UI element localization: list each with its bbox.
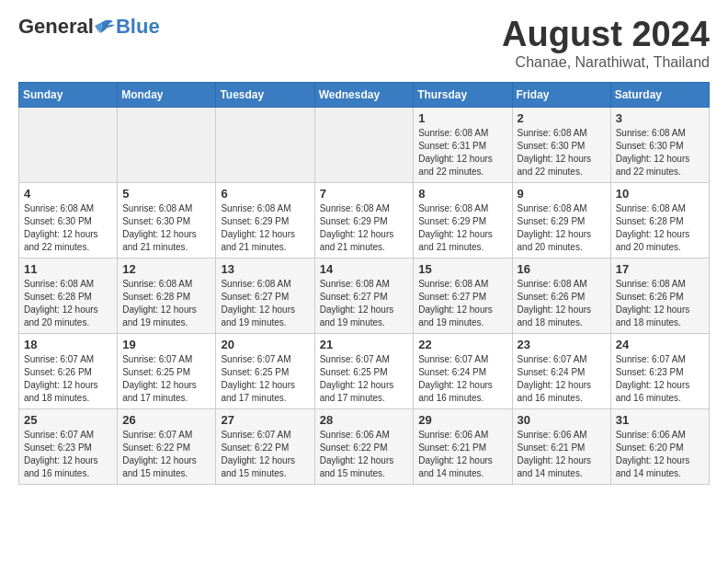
day-info: Sunrise: 6:08 AMSunset: 6:28 PMDaylight:… — [616, 202, 704, 254]
title-area: August 2024 Chanae, Narathiwat, Thailand — [502, 15, 710, 71]
day-info: Sunrise: 6:07 AMSunset: 6:23 PMDaylight:… — [24, 429, 112, 480]
calendar-cell: 19Sunrise: 6:07 AMSunset: 6:25 PMDayligh… — [118, 334, 216, 409]
calendar-cell: 3Sunrise: 6:08 AMSunset: 6:30 PMDaylight… — [610, 108, 709, 183]
header: General Blue August 2024 Chanae, Narathi… — [18, 15, 710, 71]
calendar-cell: 20Sunrise: 6:07 AMSunset: 6:25 PMDayligh… — [216, 334, 314, 409]
day-number: 22 — [418, 338, 506, 351]
calendar-cell: 7Sunrise: 6:08 AMSunset: 6:29 PMDaylight… — [314, 183, 414, 259]
calendar-cell: 4Sunrise: 6:08 AMSunset: 6:30 PMDaylight… — [19, 183, 118, 259]
day-info: Sunrise: 6:08 AMSunset: 6:29 PMDaylight:… — [518, 202, 606, 254]
calendar-cell — [118, 108, 216, 183]
calendar-cell — [19, 108, 118, 183]
day-number: 7 — [320, 187, 409, 201]
calendar-cell: 12Sunrise: 6:08 AMSunset: 6:28 PMDayligh… — [118, 259, 216, 334]
day-info: Sunrise: 6:08 AMSunset: 6:28 PMDaylight:… — [24, 278, 112, 329]
calendar-table: SundayMondayTuesdayWednesdayThursdayFrid… — [18, 82, 710, 485]
calendar-header-row: SundayMondayTuesdayWednesdayThursdayFrid… — [19, 83, 710, 108]
day-number: 10 — [616, 187, 704, 201]
day-number: 19 — [122, 338, 210, 351]
day-info: Sunrise: 6:08 AMSunset: 6:27 PMDaylight:… — [221, 278, 309, 329]
calendar-cell: 18Sunrise: 6:07 AMSunset: 6:26 PMDayligh… — [19, 334, 118, 409]
calendar-cell: 31Sunrise: 6:06 AMSunset: 6:20 PMDayligh… — [610, 409, 709, 485]
calendar-cell — [216, 108, 314, 183]
logo-blue-text: Blue — [116, 15, 160, 39]
day-number: 8 — [418, 187, 506, 201]
day-number: 16 — [518, 262, 606, 276]
calendar-cell: 6Sunrise: 6:08 AMSunset: 6:29 PMDaylight… — [216, 183, 314, 259]
calendar-cell: 9Sunrise: 6:08 AMSunset: 6:29 PMDaylight… — [512, 183, 610, 259]
calendar-header-saturday: Saturday — [610, 83, 709, 108]
calendar-cell: 14Sunrise: 6:08 AMSunset: 6:27 PMDayligh… — [314, 259, 414, 334]
calendar-header-wednesday: Wednesday — [314, 83, 414, 108]
day-info: Sunrise: 6:08 AMSunset: 6:27 PMDaylight:… — [320, 278, 409, 329]
day-info: Sunrise: 6:08 AMSunset: 6:30 PMDaylight:… — [518, 127, 606, 178]
calendar-week-1: 1Sunrise: 6:08 AMSunset: 6:31 PMDaylight… — [19, 108, 710, 183]
calendar-cell: 28Sunrise: 6:06 AMSunset: 6:22 PMDayligh… — [314, 409, 414, 485]
day-number: 26 — [122, 413, 210, 427]
calendar-cell: 5Sunrise: 6:08 AMSunset: 6:30 PMDaylight… — [118, 183, 216, 259]
logo-bird-icon — [95, 18, 115, 35]
calendar-cell: 29Sunrise: 6:06 AMSunset: 6:21 PMDayligh… — [414, 409, 512, 485]
day-number: 28 — [320, 413, 409, 427]
day-info: Sunrise: 6:08 AMSunset: 6:30 PMDaylight:… — [24, 202, 112, 254]
calendar-week-5: 25Sunrise: 6:07 AMSunset: 6:23 PMDayligh… — [19, 409, 710, 485]
calendar-week-3: 11Sunrise: 6:08 AMSunset: 6:28 PMDayligh… — [19, 259, 710, 334]
calendar-week-4: 18Sunrise: 6:07 AMSunset: 6:26 PMDayligh… — [19, 334, 710, 409]
day-number: 27 — [221, 413, 309, 427]
day-info: Sunrise: 6:08 AMSunset: 6:30 PMDaylight:… — [122, 202, 210, 254]
calendar-week-2: 4Sunrise: 6:08 AMSunset: 6:30 PMDaylight… — [19, 183, 710, 259]
calendar-cell: 16Sunrise: 6:08 AMSunset: 6:26 PMDayligh… — [512, 259, 610, 334]
subtitle: Chanae, Narathiwat, Thailand — [502, 54, 710, 71]
day-info: Sunrise: 6:08 AMSunset: 6:29 PMDaylight:… — [418, 202, 506, 254]
main-title: August 2024 — [502, 15, 710, 54]
day-number: 20 — [221, 338, 309, 351]
day-info: Sunrise: 6:08 AMSunset: 6:29 PMDaylight:… — [221, 202, 309, 254]
day-info: Sunrise: 6:06 AMSunset: 6:21 PMDaylight:… — [518, 429, 606, 480]
day-info: Sunrise: 6:07 AMSunset: 6:25 PMDaylight:… — [122, 353, 210, 405]
day-number: 3 — [616, 111, 704, 125]
calendar-cell: 11Sunrise: 6:08 AMSunset: 6:28 PMDayligh… — [19, 259, 118, 334]
calendar-cell: 24Sunrise: 6:07 AMSunset: 6:23 PMDayligh… — [610, 334, 709, 409]
day-info: Sunrise: 6:06 AMSunset: 6:22 PMDaylight:… — [320, 429, 409, 480]
day-info: Sunrise: 6:07 AMSunset: 6:25 PMDaylight:… — [320, 353, 409, 405]
logo: General Blue — [18, 15, 160, 39]
day-info: Sunrise: 6:08 AMSunset: 6:26 PMDaylight:… — [518, 278, 606, 329]
day-info: Sunrise: 6:08 AMSunset: 6:26 PMDaylight:… — [616, 278, 704, 329]
calendar-cell: 23Sunrise: 6:07 AMSunset: 6:24 PMDayligh… — [512, 334, 610, 409]
logo-general-text: General — [18, 15, 94, 39]
day-number: 11 — [24, 262, 112, 276]
day-number: 23 — [518, 338, 606, 351]
day-number: 24 — [616, 338, 704, 351]
day-number: 31 — [616, 413, 704, 427]
calendar-cell: 1Sunrise: 6:08 AMSunset: 6:31 PMDaylight… — [414, 108, 512, 183]
day-number: 14 — [320, 262, 409, 276]
calendar-cell: 15Sunrise: 6:08 AMSunset: 6:27 PMDayligh… — [414, 259, 512, 334]
calendar-header-tuesday: Tuesday — [216, 83, 314, 108]
day-info: Sunrise: 6:07 AMSunset: 6:25 PMDaylight:… — [221, 353, 309, 405]
day-number: 1 — [418, 111, 506, 125]
day-number: 25 — [24, 413, 112, 427]
day-number: 6 — [221, 187, 309, 201]
day-info: Sunrise: 6:06 AMSunset: 6:20 PMDaylight:… — [616, 429, 704, 480]
day-number: 13 — [221, 262, 309, 276]
calendar-cell: 27Sunrise: 6:07 AMSunset: 6:22 PMDayligh… — [216, 409, 314, 485]
calendar-cell: 13Sunrise: 6:08 AMSunset: 6:27 PMDayligh… — [216, 259, 314, 334]
day-info: Sunrise: 6:07 AMSunset: 6:22 PMDaylight:… — [122, 429, 210, 480]
day-info: Sunrise: 6:07 AMSunset: 6:24 PMDaylight:… — [518, 353, 606, 405]
day-number: 15 — [418, 262, 506, 276]
calendar-cell: 22Sunrise: 6:07 AMSunset: 6:24 PMDayligh… — [414, 334, 512, 409]
calendar-header-sunday: Sunday — [19, 83, 118, 108]
day-info: Sunrise: 6:08 AMSunset: 6:27 PMDaylight:… — [418, 278, 506, 329]
day-number: 2 — [518, 111, 606, 125]
day-number: 9 — [518, 187, 606, 201]
calendar-cell: 30Sunrise: 6:06 AMSunset: 6:21 PMDayligh… — [512, 409, 610, 485]
day-info: Sunrise: 6:08 AMSunset: 6:31 PMDaylight:… — [418, 127, 506, 178]
day-info: Sunrise: 6:07 AMSunset: 6:26 PMDaylight:… — [24, 353, 112, 405]
day-number: 17 — [616, 262, 704, 276]
day-info: Sunrise: 6:07 AMSunset: 6:23 PMDaylight:… — [616, 353, 704, 405]
day-number: 29 — [418, 413, 506, 427]
calendar-cell: 10Sunrise: 6:08 AMSunset: 6:28 PMDayligh… — [610, 183, 709, 259]
calendar-cell — [314, 108, 414, 183]
day-info: Sunrise: 6:07 AMSunset: 6:22 PMDaylight:… — [221, 429, 309, 480]
calendar-header-friday: Friday — [512, 83, 610, 108]
